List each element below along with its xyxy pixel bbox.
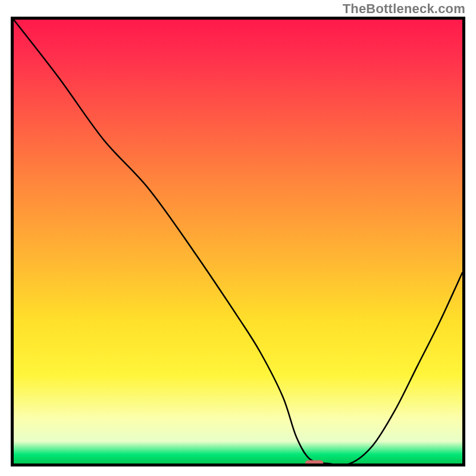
- watermark-label: TheBottleneck.com: [343, 1, 465, 17]
- bottleneck-curve: [14, 20, 462, 464]
- curve-layer: [14, 20, 462, 464]
- plot-frame: [11, 17, 465, 466]
- optimal-point-marker: [305, 460, 323, 464]
- chart-container: TheBottleneck.com: [0, 0, 476, 476]
